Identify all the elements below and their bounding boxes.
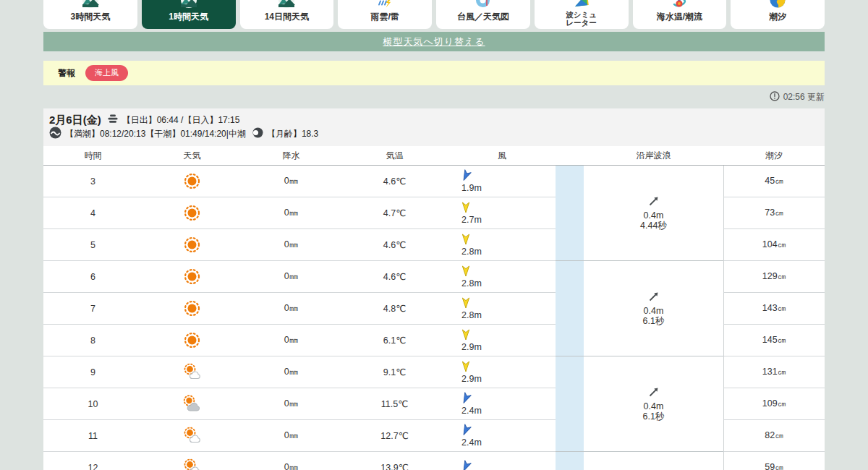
switch-layout-link[interactable]: 横型天気へ切り替える	[383, 35, 485, 48]
wind-speed: 2.8m	[461, 247, 482, 257]
tab-雨雲/雷[interactable]: 雨雲/雷	[338, 0, 432, 29]
precip-cell: 0㎜	[242, 356, 341, 388]
wind-speed: 2.4m	[461, 406, 482, 416]
wave-icon	[49, 127, 61, 142]
hour-cell: 3	[43, 166, 142, 197]
tide-cell: 109㎝	[723, 388, 825, 420]
weather-icon-sunny	[142, 293, 242, 325]
tab-label: 台風／天気図	[436, 12, 530, 22]
tab-label: 波シミュレーター	[535, 11, 629, 27]
wind-direction-arrow-icon	[460, 393, 472, 406]
temp-cell: 6.1℃	[341, 325, 448, 356]
weather-icon-sun-cloud	[142, 452, 242, 470]
wind-cell: 2.8m	[448, 261, 556, 293]
forecast-icon	[240, 0, 334, 11]
seatemp-icon	[633, 0, 727, 11]
coastal-wave-cell: 0.4m6.1秒	[584, 356, 723, 452]
wind-cell: 2.8m	[448, 229, 556, 261]
column-header-spacer	[556, 146, 584, 166]
wind-cell: 2.7m	[448, 197, 556, 229]
wind-direction-arrow-icon	[460, 461, 472, 470]
precip-cell: 0㎜	[242, 229, 341, 261]
tide-times-text: 【満潮】08:12/20:13【干潮】01:49/14:20|中潮	[65, 128, 246, 140]
hour-cell: 4	[43, 197, 142, 229]
hour-cell: 9	[43, 356, 142, 388]
wind-cell: 2.4m	[448, 420, 556, 452]
tab-label: 1時間天気	[142, 12, 236, 22]
temp-cell: 4.6℃	[341, 166, 448, 197]
tab-label: 雨雲/雷	[338, 12, 432, 22]
hour-cell: 8	[43, 325, 142, 356]
temp-cell: 4.6℃	[341, 261, 448, 293]
wind-cell	[448, 452, 556, 470]
precip-cell: 0㎜	[242, 261, 341, 293]
hour-cell: 6	[43, 261, 142, 293]
radar-icon	[338, 0, 432, 11]
wind-direction-arrow-icon	[460, 234, 472, 247]
update-time: 02:56 更新	[783, 91, 825, 103]
column-header-1: 時間	[43, 146, 142, 166]
wave-height: 0.4m	[644, 210, 664, 221]
wave-period: 6.1秒	[643, 316, 665, 326]
date-label: 2月6日(金)	[49, 114, 101, 127]
warning-badge-sea-wind[interactable]: 海上風	[85, 65, 128, 81]
wind-cell: 2.4m	[448, 388, 556, 420]
wave-strip	[556, 229, 584, 261]
wave-strip	[556, 261, 584, 293]
tab-潮汐[interactable]: 潮汐	[731, 0, 825, 29]
tide-cell: 73㎝	[723, 197, 825, 229]
layout-switch-banner: 横型天気へ切り替える	[43, 32, 825, 51]
weather-page: 3時間天気1時間天気14日間天気雨雲/雷台風／天気図波シミュレーター海水温/潮流…	[0, 0, 868, 470]
weather-icon-sunny	[142, 229, 242, 261]
wind-speed: 2.7m	[461, 215, 482, 225]
wavesim-icon	[535, 0, 629, 11]
tab-14日間天気[interactable]: 14日間天気	[240, 0, 334, 29]
info-icon	[770, 91, 780, 103]
tab-3時間天気[interactable]: 3時間天気	[43, 0, 137, 29]
weather-nav-tabs: 3時間天気1時間天気14日間天気雨雲/雷台風／天気図波シミュレーター海水温/潮流…	[43, 0, 825, 29]
tab-海水温/潮流[interactable]: 海水温/潮流	[633, 0, 727, 29]
hour-cell: 10	[43, 388, 142, 420]
precip-cell: 0㎜	[242, 293, 341, 325]
wind-direction-arrow-icon	[460, 361, 472, 375]
tide-cell: 82㎝	[723, 420, 825, 452]
coastal-wave-cell: 0.4m4.44秒	[584, 166, 723, 261]
warning-bar: 警報 海上風	[43, 61, 825, 85]
wave-strip	[556, 166, 584, 197]
update-time-row: 02:56 更新	[43, 88, 825, 106]
coastal-wave-cell: 0.4m6.1秒	[584, 261, 723, 356]
wind-cell: 2.9m	[448, 325, 556, 356]
wave-period: 4.44秒	[640, 221, 667, 231]
wind-direction-arrow-icon	[460, 297, 472, 311]
column-header-5: 風	[448, 146, 556, 166]
wind-speed: 2.9m	[461, 342, 482, 352]
precip-cell: 0㎜	[242, 452, 341, 470]
wave-period: 6.1秒	[643, 411, 665, 422]
typhoon-icon	[436, 0, 530, 11]
weather-icon-sun-cloud	[142, 420, 242, 452]
wave-strip	[556, 293, 584, 325]
tab-波シミュレーター[interactable]: 波シミュレーター	[535, 0, 629, 29]
temp-cell: 9.1℃	[341, 356, 448, 388]
hour-cell: 7	[43, 293, 142, 325]
wind-direction-arrow-icon	[460, 329, 472, 343]
temp-cell: 12.7℃	[341, 420, 448, 452]
wind-cell: 1.9m	[448, 166, 556, 197]
sunset-icon	[107, 114, 119, 127]
moon-age-text: 【月齢】18.3	[267, 128, 318, 140]
wave-height: 0.4m	[644, 401, 664, 411]
wind-cell: 2.9m	[448, 356, 556, 388]
wave-direction-arrow-icon	[647, 290, 660, 305]
precip-cell: 0㎜	[242, 197, 341, 229]
tide-cell: 145㎝	[723, 325, 825, 356]
date-header: 2月6日(金) 【日出】06:44 /【日入】17:15 【満潮】08:12/2…	[43, 108, 825, 146]
hour-cell: 11	[43, 420, 142, 452]
tab-台風／天気図[interactable]: 台風／天気図	[436, 0, 530, 29]
wind-speed: 2.8m	[461, 278, 482, 289]
weather-icon-sunny	[142, 166, 242, 197]
tide-cell: 129㎝	[723, 261, 825, 293]
tab-1時間天気[interactable]: 1時間天気	[142, 0, 236, 29]
temp-cell: 4.7℃	[341, 197, 448, 229]
tide-cell: 59㎝	[723, 452, 825, 470]
wind-direction-arrow-icon	[460, 265, 472, 279]
